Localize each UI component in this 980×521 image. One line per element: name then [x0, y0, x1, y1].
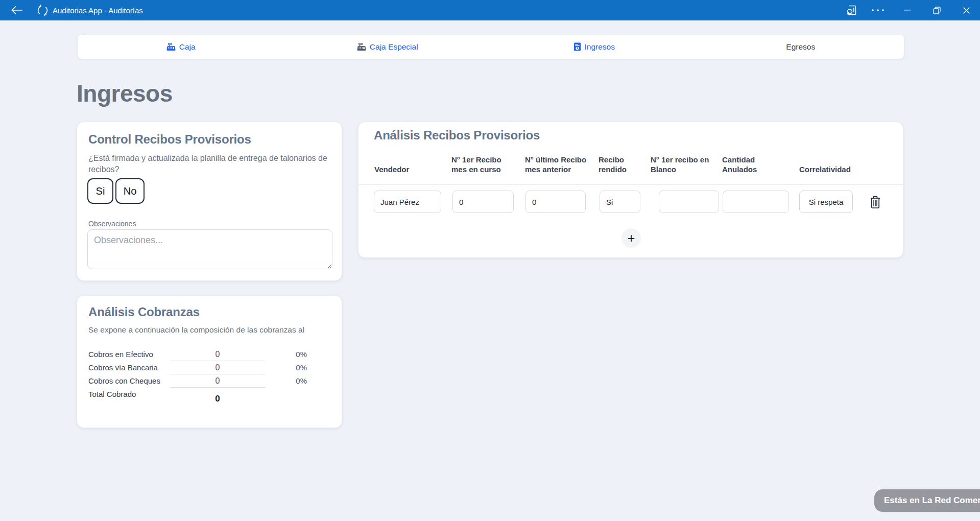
cash-register-icon	[357, 43, 366, 51]
cobros-bancaria-label: Cobros vía Bancaria	[88, 363, 158, 372]
close-button[interactable]	[954, 0, 978, 20]
cobros-efectivo-percent: 0%	[277, 350, 307, 359]
close-icon	[963, 7, 970, 14]
column-header-1er-recibo: N° 1er Recibo mes en curso	[451, 155, 501, 174]
si-button[interactable]: Si	[87, 178, 113, 204]
tab-ingresos-label: Ingresos	[585, 42, 615, 52]
cobros-efectivo-input[interactable]	[170, 348, 265, 361]
analisis-cobranzas-card: Análisis Cobranzas Se expone a continuac…	[77, 295, 342, 428]
add-row-button[interactable]: +	[622, 228, 641, 248]
cobros-cheques-label: Cobros con Cheques	[88, 376, 160, 385]
tab-caja[interactable]: Caja	[78, 35, 284, 59]
window-title: Auditorias App - Auditorías	[53, 0, 143, 20]
table-header-row: Vendedor N° 1er Recibo mes en curso N° ú…	[358, 152, 904, 174]
vendedor-input[interactable]	[374, 191, 441, 213]
table-divider	[358, 184, 904, 185]
restore-icon	[933, 7, 941, 14]
column-header-recibo-rendido: Recibo rendido	[599, 155, 627, 174]
column-header-recibo-blanco: N° 1er recibo en Blanco	[651, 155, 709, 174]
planilla-question: ¿Está firmada y actualizada la planilla …	[88, 153, 331, 175]
cobranzas-card-title: Análisis Cobranzas	[88, 305, 200, 319]
recibos-card-title: Análisis Recibos Provisorios	[374, 128, 540, 143]
network-status-toast: Estás en La Red Comercial	[874, 489, 980, 512]
invoice-dollar-icon: $	[573, 42, 581, 51]
total-cobrado-label: Total Cobrado	[88, 390, 136, 398]
refresh-button[interactable]	[31, 0, 54, 20]
cobranzas-row-efectivo: Cobros en Efectivo 0%	[77, 348, 343, 362]
tab-caja-especial-label: Caja Especial	[370, 42, 418, 52]
trash-icon	[869, 195, 885, 209]
column-header-cantidad-anulados: Cantidad Anulados	[722, 155, 757, 174]
control-card-title: Control Recibos Provisorios	[88, 132, 251, 147]
correlatividad-button[interactable]: Si respeta	[799, 191, 853, 213]
cobros-bancaria-percent: 0%	[277, 363, 307, 372]
recibo-blanco-input[interactable]	[659, 191, 719, 213]
cobranzas-row-bancaria: Cobros vía Bancaria 0%	[77, 362, 343, 375]
nav-bar: Caja Caja Especial	[78, 35, 904, 59]
minimize-button[interactable]	[895, 0, 919, 20]
back-button[interactable]	[5, 0, 29, 20]
restore-button[interactable]	[925, 0, 948, 20]
tab-caja-especial[interactable]: Caja Especial	[284, 35, 491, 59]
back-arrow-icon	[11, 6, 23, 15]
minimize-icon	[904, 10, 911, 11]
plus-icon: +	[628, 231, 635, 245]
analisis-recibos-card: Análisis Recibos Provisorios Vendedor N°…	[358, 122, 903, 258]
tab-ingresos[interactable]: $ Ingresos	[491, 35, 698, 59]
app-window: Auditorias App - Auditorías	[0, 0, 980, 521]
control-recibos-card: Control Recibos Provisorios ¿Está firmad…	[77, 122, 342, 281]
cantidad-anulados-input[interactable]	[723, 191, 789, 213]
cobranzas-row-cheques: Cobros con Cheques 0%	[77, 375, 343, 388]
cobros-cheques-percent: 0%	[277, 376, 307, 385]
search-page-icon	[845, 4, 858, 17]
tab-egresos-label: Egresos	[786, 42, 815, 52]
tab-caja-label: Caja	[179, 42, 196, 52]
table-row: Si respeta	[358, 191, 904, 213]
page-title: Ingresos	[77, 80, 173, 107]
total-cobrado-value: 0	[170, 394, 265, 404]
column-header-ultimo-recibo: N° último Recibo mes anterior	[525, 155, 586, 174]
no-button[interactable]: No	[115, 178, 145, 204]
ellipsis-icon	[871, 9, 885, 12]
ultimo-recibo-input[interactable]	[525, 191, 586, 213]
cobros-efectivo-label: Cobros en Efectivo	[88, 350, 153, 359]
cobros-cheques-input[interactable]	[170, 375, 265, 388]
toast-text: Estás en La Red Comercial	[884, 495, 980, 506]
primer-recibo-input[interactable]	[452, 191, 514, 213]
observaciones-textarea[interactable]	[87, 229, 332, 269]
delete-row-button[interactable]	[869, 195, 885, 210]
cash-register-icon	[166, 43, 176, 51]
more-options-button[interactable]	[866, 0, 890, 20]
column-header-vendedor: Vendedor	[374, 164, 409, 174]
titlebar: Auditorias App - Auditorías	[0, 0, 980, 20]
cobros-bancaria-input[interactable]	[170, 362, 265, 374]
refresh-icon	[37, 5, 49, 16]
tab-egresos[interactable]: Egresos	[698, 35, 904, 59]
observaciones-label: Observaciones	[88, 220, 136, 228]
search-in-page-button[interactable]	[840, 0, 863, 20]
cobranzas-subtitle: Se expone a continuación la composición …	[88, 325, 328, 335]
recibo-rendido-input[interactable]	[600, 191, 640, 213]
column-header-correlatividad: Correlatividad	[799, 164, 851, 174]
svg-text:$: $	[577, 46, 578, 50]
